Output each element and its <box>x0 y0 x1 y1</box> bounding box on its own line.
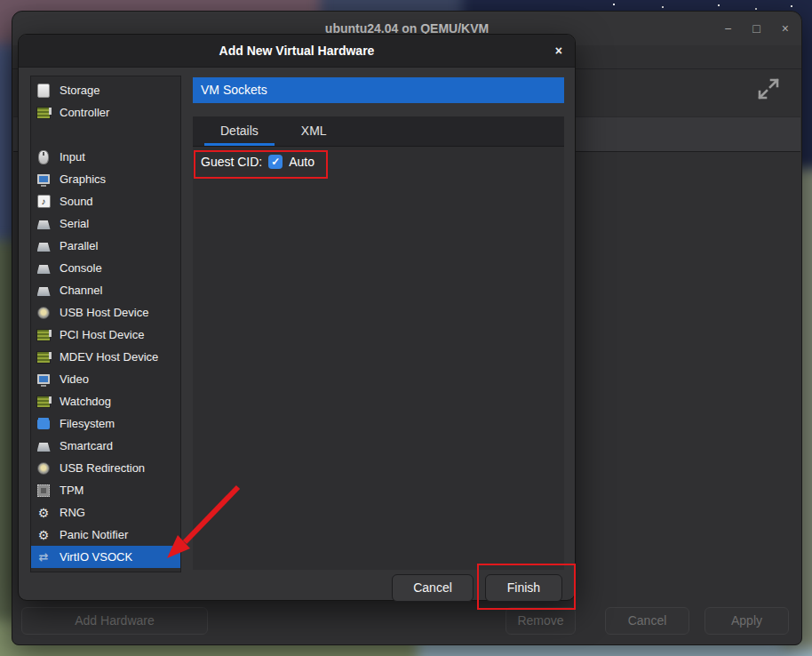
sidebar-item-tpm[interactable]: TPM <box>31 479 180 501</box>
usb-icon <box>36 306 51 320</box>
remove-button[interactable]: Remove <box>506 607 576 635</box>
monitor-icon <box>36 372 51 387</box>
panel-header: VM Sockets <box>193 77 564 103</box>
sidebar-item-parallel[interactable]: Parallel <box>31 235 180 257</box>
pci-card-icon <box>36 395 51 409</box>
sidebar-item-virtio-vsock[interactable]: VirtIO VSOCK <box>31 546 180 568</box>
finish-button[interactable]: Finish <box>485 574 562 602</box>
sidebar-item-graphics[interactable]: Graphics <box>31 168 180 190</box>
fullscreen-icon[interactable] <box>753 74 784 104</box>
pci-card-icon <box>36 328 51 342</box>
sidebar-item-input[interactable]: Input <box>31 146 180 168</box>
sidebar-item-panic-notifier[interactable]: Panic Notifier <box>31 524 180 546</box>
pci-card-icon <box>36 106 51 120</box>
sidebar-item-serial[interactable]: Serial <box>31 212 180 235</box>
dialog-titlebar[interactable]: Add New Virtual Hardware × <box>19 35 575 68</box>
sidebar-item-usb-redirection[interactable]: USB Redirection <box>31 457 180 479</box>
add-hardware-dialog: Add New Virtual Hardware × Storage Contr… <box>18 34 576 601</box>
serial-device-icon <box>36 284 51 298</box>
serial-device-icon <box>36 239 51 253</box>
dialog-cancel-button[interactable]: Cancel <box>392 574 474 602</box>
chip-icon <box>36 484 51 498</box>
sidebar-item-rng[interactable]: RNG <box>31 501 180 524</box>
sidebar-item-console[interactable]: Console <box>31 257 180 279</box>
tab-xml[interactable]: XML <box>280 116 348 146</box>
serial-device-icon <box>36 217 51 231</box>
serial-device-icon <box>36 439 51 453</box>
sidebar-item-usb-host-device[interactable]: USB Host Device <box>31 301 180 324</box>
sidebar-item-storage[interactable]: Storage <box>31 79 180 101</box>
details-panel: Guest CID: ✓ Auto <box>193 147 564 570</box>
tab-strip: Details XML <box>193 116 564 147</box>
sidebar-item-watchdog[interactable]: Watchdog <box>31 390 180 412</box>
apply-button[interactable]: Apply <box>705 607 789 635</box>
gear-icon <box>36 528 51 542</box>
sidebar-item-sound[interactable]: Sound <box>31 190 180 212</box>
dialog-title: Add New Virtual Hardware <box>19 35 575 67</box>
checkmark-icon: ✓ <box>271 156 280 168</box>
tab-details[interactable]: Details <box>199 116 280 146</box>
sound-card-icon <box>36 195 51 209</box>
dialog-close-icon[interactable]: × <box>555 35 562 67</box>
auto-checkbox-label: Auto <box>289 155 314 169</box>
guest-cid-label: Guest CID: <box>201 155 262 169</box>
vm-cancel-button[interactable]: Cancel <box>605 607 689 635</box>
guest-cid-row: Guest CID: ✓ Auto <box>193 147 564 169</box>
sidebar-item-pci-host-device[interactable]: PCI Host Device <box>31 324 180 346</box>
gear-icon <box>36 506 51 520</box>
disk-icon <box>36 84 51 98</box>
serial-device-icon <box>36 261 51 276</box>
sidebar-item-mdev-host-device[interactable]: MDEV Host Device <box>31 346 180 368</box>
monitor-icon <box>36 172 51 187</box>
auto-checkbox[interactable]: ✓ <box>268 155 283 169</box>
folder-icon <box>36 417 51 431</box>
sidebar-item-video[interactable]: Video <box>31 368 180 390</box>
wallpaper-stars <box>613 4 615 5</box>
arrows-icon <box>36 550 51 564</box>
pci-card-icon <box>36 350 51 364</box>
hardware-type-list[interactable]: Storage Controller Input Graphics Sound … <box>30 76 181 572</box>
sidebar-separator <box>31 124 180 146</box>
sidebar-item-channel[interactable]: Channel <box>31 279 180 301</box>
close-icon[interactable]: × <box>782 21 789 36</box>
sidebar-item-smartcard[interactable]: Smartcard <box>31 435 180 457</box>
sidebar-item-controller[interactable]: Controller <box>31 101 180 124</box>
usb-icon <box>36 461 51 476</box>
mouse-icon <box>36 150 51 164</box>
maximize-icon[interactable]: □ <box>752 21 760 36</box>
minimize-icon[interactable]: − <box>724 21 731 36</box>
sidebar-item-filesystem[interactable]: Filesystem <box>31 412 180 435</box>
add-hardware-button[interactable]: Add Hardware <box>21 607 208 635</box>
